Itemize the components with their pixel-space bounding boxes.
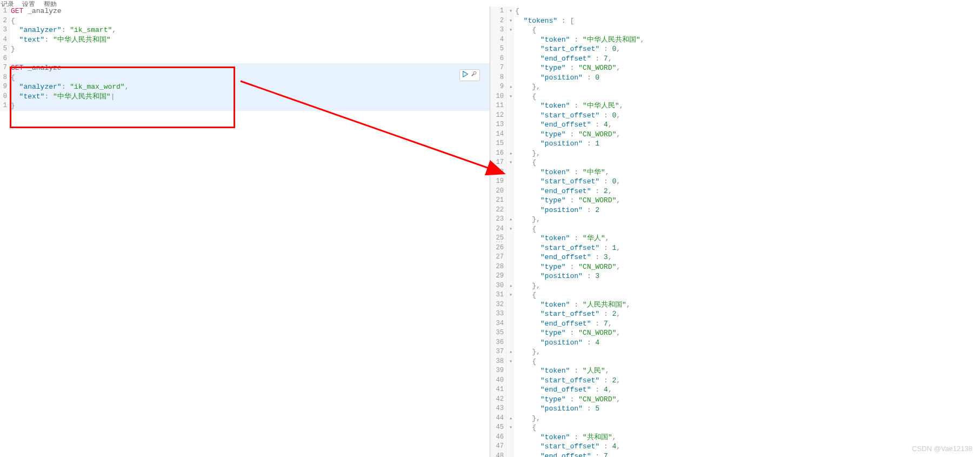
right-fold-gutter: ▾▾▾▴▾▴▾▴▾▴▾▴▾▴▾: [506, 6, 514, 457]
top-menu: 记录 设置 帮助: [0, 0, 980, 6]
right-gutter: 1234567891011121314151617181920212223242…: [490, 6, 506, 457]
left-code-lines[interactable]: GET _analyze { "analyzer": "ik_smart", "…: [10, 6, 490, 111]
request-actions: [459, 69, 480, 81]
response-editor[interactable]: 1234567891011121314151617181920212223242…: [490, 6, 980, 457]
right-code-lines[interactable]: { "tokens" : [ { "token" : "中华人民共和国", "s…: [514, 6, 980, 457]
run-icon[interactable]: [462, 70, 469, 80]
svg-marker-0: [463, 71, 468, 77]
wrench-icon[interactable]: [470, 70, 478, 80]
left-gutter: 1 2 3 4 5 6 7 8 9 0 1: [0, 6, 10, 111]
watermark: CSDN @Vae12138: [912, 445, 972, 453]
request-editor[interactable]: 1 2 3 4 5 6 7 8 9 0 1 GET _analyze { "an…: [0, 6, 490, 457]
split-container: 1 2 3 4 5 6 7 8 9 0 1 GET _analyze { "an…: [0, 6, 980, 457]
splitter-handle[interactable]: ⋮: [495, 238, 503, 246]
